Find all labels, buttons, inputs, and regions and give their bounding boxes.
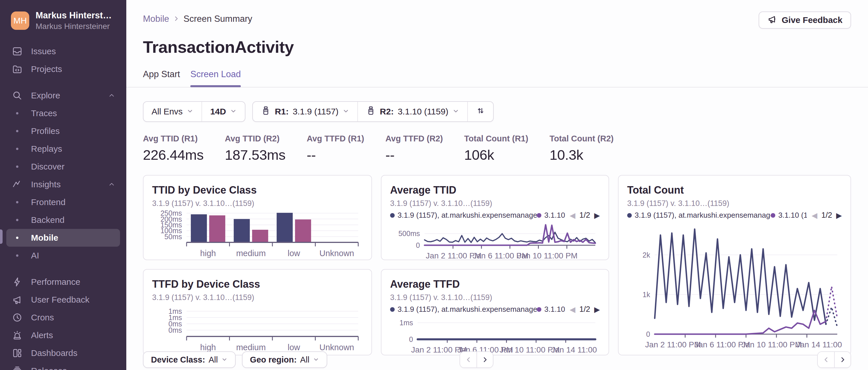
chevron-right-icon bbox=[173, 14, 179, 24]
filter-value: All bbox=[300, 355, 309, 365]
date-range-filter[interactable]: 14D bbox=[202, 102, 245, 121]
release-icon bbox=[261, 106, 271, 117]
releases-icon bbox=[11, 365, 24, 370]
stat-block: Avg TTID (R1)226.44ms bbox=[143, 134, 204, 163]
sidebar-item-discover[interactable]: Discover bbox=[6, 158, 120, 175]
chevron-down-icon bbox=[187, 107, 193, 116]
sidebar-item-backend[interactable]: Backend bbox=[6, 211, 120, 229]
sidebar-item-replays[interactable]: Replays bbox=[6, 140, 120, 158]
sidebar-item-performance[interactable]: Performance bbox=[6, 273, 120, 291]
stat-block: Avg TTFD (R1)-- bbox=[307, 134, 364, 163]
svg-text:0: 0 bbox=[416, 241, 420, 249]
card-total-count: Total Count3.1.9 (1157) v. 3.1.10…(1159)… bbox=[618, 175, 851, 356]
sidebar-item-releases[interactable]: Releases bbox=[6, 362, 120, 370]
legend-label: 3.1.9 (1157), at.markushi.expensemanage bbox=[634, 211, 771, 220]
legend-next-icon[interactable]: ▶ bbox=[594, 212, 600, 219]
bullet-icon bbox=[11, 112, 24, 114]
legend-next-icon[interactable]: ▶ bbox=[836, 212, 842, 219]
chevron-up-icon[interactable] bbox=[108, 181, 115, 188]
svg-text:Jan 10 11:00 PM: Jan 10 11:00 PM bbox=[518, 251, 578, 260]
issues-icon bbox=[11, 46, 24, 57]
chevron-up-icon[interactable] bbox=[108, 92, 115, 99]
bottom-filters: Device Class:AllGeo region:All bbox=[143, 351, 851, 368]
sidebar-item-projects[interactable]: Projects bbox=[6, 60, 120, 78]
sidebar-spacer bbox=[6, 78, 120, 87]
legend-prev-icon[interactable]: ◀ bbox=[811, 212, 817, 219]
legend-label: 3.1.9 (1157), at.markushi.expensemanage bbox=[398, 211, 537, 220]
filter-geo-region[interactable]: Geo region:All bbox=[242, 351, 327, 368]
stat-value: 106k bbox=[464, 147, 528, 163]
filter-label: Device Class: bbox=[151, 355, 205, 365]
release-2-filter[interactable]: R2: 3.1.10 (1159) bbox=[358, 102, 467, 121]
sidebar-item-mobile[interactable]: Mobile bbox=[6, 229, 120, 247]
sidebar-item-user-feedback[interactable]: User Feedback bbox=[6, 291, 120, 309]
tab-screen-load[interactable]: Screen Load bbox=[190, 69, 241, 86]
chevron-down-icon bbox=[342, 107, 349, 116]
active-item-indicator bbox=[0, 230, 3, 244]
legend-prev-icon[interactable]: ◀ bbox=[569, 212, 575, 219]
insights-icon bbox=[11, 179, 24, 190]
charts-grid: TTID by Device Class3.1.9 (1157) v. 3.1.… bbox=[143, 175, 851, 356]
sidebar-item-alerts[interactable]: Alerts bbox=[6, 327, 120, 344]
next-page-button[interactable] bbox=[834, 352, 850, 367]
clock-icon bbox=[11, 312, 24, 323]
date-range-value: 14D bbox=[210, 107, 226, 116]
svg-text:2k: 2k bbox=[643, 251, 650, 259]
dashboards-icon bbox=[11, 348, 24, 359]
svg-text:Jan 2 11:00 PM: Jan 2 11:00 PM bbox=[645, 340, 701, 349]
filter-value: All bbox=[209, 355, 218, 365]
breadcrumb-parent[interactable]: Mobile bbox=[143, 14, 169, 24]
sidebar-item-crons[interactable]: Crons bbox=[6, 309, 120, 327]
sidebar-item-label: Projects bbox=[31, 64, 62, 74]
sidebar-item-explore[interactable]: Explore bbox=[6, 87, 120, 104]
svg-text:Unknown: Unknown bbox=[319, 249, 354, 258]
legend-page-indicator: 1/2 bbox=[579, 211, 590, 220]
svg-text:50ms: 50ms bbox=[164, 233, 182, 241]
svg-text:500ms: 500ms bbox=[398, 230, 420, 237]
legend-next-icon[interactable]: ▶ bbox=[594, 306, 600, 313]
svg-text:0ms: 0ms bbox=[168, 326, 182, 334]
stat-value: 187.53ms bbox=[225, 147, 285, 163]
sidebar-item-label: Issues bbox=[31, 46, 56, 56]
legend-label: 3.1.9 (1157), at.markushi.expensemanage bbox=[398, 305, 537, 314]
svg-text:high: high bbox=[200, 249, 216, 258]
sidebar-item-issues[interactable]: Issues bbox=[6, 42, 120, 60]
page-title: TransactionActivity bbox=[143, 37, 851, 57]
give-feedback-button[interactable]: Give Feedback bbox=[758, 11, 851, 29]
svg-text:medium: medium bbox=[236, 249, 266, 258]
previous-page-button[interactable] bbox=[460, 352, 476, 367]
release-1-filter[interactable]: R1: 3.1.9 (1157) bbox=[253, 102, 358, 121]
swap-releases-button[interactable] bbox=[467, 102, 493, 121]
svg-text:Jan 10 11:00 PM: Jan 10 11:00 PM bbox=[741, 340, 802, 349]
next-page-button[interactable] bbox=[476, 352, 493, 367]
environment-filter[interactable]: All Envs bbox=[144, 102, 202, 121]
tab-app-start[interactable]: App Start bbox=[143, 69, 180, 86]
card-subtitle: 3.1.9 (1157) v. 3.1.10…(1159) bbox=[627, 199, 842, 208]
stat-block: Avg TTID (R2)187.53ms bbox=[225, 134, 285, 163]
sidebar-item-label: Releases bbox=[31, 366, 67, 370]
sidebar-item-ai[interactable]: AI bbox=[6, 247, 120, 264]
release-icon bbox=[366, 106, 376, 117]
sidebar-item-label: Frontend bbox=[31, 197, 65, 207]
release-2-value: 3.1.10 (1159) bbox=[398, 107, 448, 116]
svg-text:high: high bbox=[200, 343, 216, 352]
bullet-icon bbox=[11, 255, 24, 257]
previous-page-button[interactable] bbox=[818, 352, 834, 367]
legend-label: 3.1.10 (1 bbox=[778, 211, 807, 220]
filter-device-class[interactable]: Device Class:All bbox=[143, 351, 236, 368]
bottom-bar: Device Class:AllGeo region:All bbox=[143, 351, 851, 368]
chevron-down-icon bbox=[221, 355, 228, 365]
sidebar-item-insights[interactable]: Insights bbox=[6, 175, 120, 193]
legend-prev-icon[interactable]: ◀ bbox=[569, 306, 575, 313]
legend-dot bbox=[537, 307, 541, 312]
sidebar-item-profiles[interactable]: Profiles bbox=[6, 122, 120, 140]
sidebar-item-label: AI bbox=[31, 251, 39, 261]
bullet-icon bbox=[11, 201, 24, 203]
svg-text:Jan 14 11:00: Jan 14 11:00 bbox=[796, 340, 842, 349]
sidebar-item-frontend[interactable]: Frontend bbox=[6, 193, 120, 211]
user-menu[interactable]: MH Markus Hinterst… Markus Hintersteiner bbox=[11, 10, 126, 31]
stat-label: Avg TTID (R2) bbox=[225, 134, 285, 143]
table-pagination bbox=[460, 351, 493, 368]
sidebar-item-traces[interactable]: Traces bbox=[6, 104, 120, 122]
sidebar-item-dashboards[interactable]: Dashboards bbox=[6, 344, 120, 362]
